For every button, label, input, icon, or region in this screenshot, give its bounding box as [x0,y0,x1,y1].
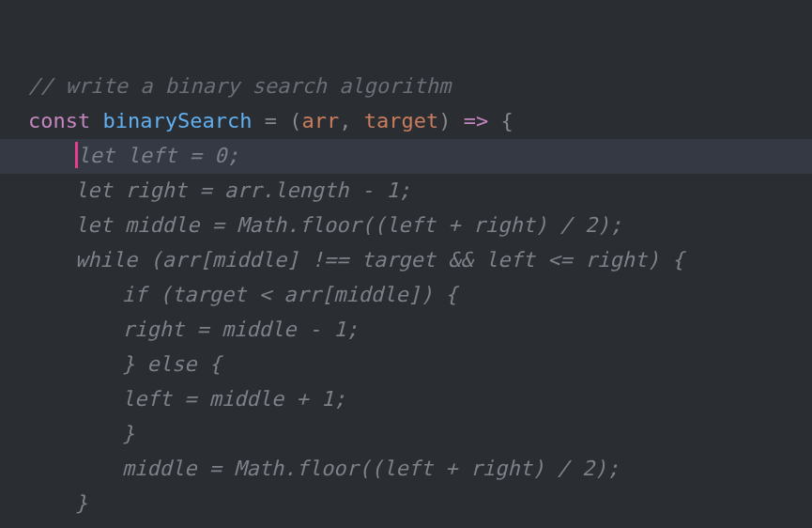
ghost-line: let right = arr.length - 1; [28,174,812,209]
code-line-highlighted: let left = 0; [0,139,812,174]
code-declaration-line: const binarySearch = (arr, target) => { [28,104,812,139]
code-editor[interactable]: // write a binary search algorithmconst … [28,0,812,528]
equals-op: = [252,109,289,132]
comma: , [339,109,364,132]
ghost-line: while (arr[middle] !== target && left <=… [28,243,812,278]
ghost-line: } else { [28,348,812,382]
close-paren: ) [438,109,451,132]
keyword-const: const [28,109,102,132]
ghost-line: let middle = Math.floor((left + right) /… [28,209,812,243]
ghost-line: } [28,417,812,452]
param-target: target [364,109,438,132]
ghost-line: } [28,487,812,521]
open-brace: { [500,109,513,132]
ghost-line: middle = Math.floor((left + right) / 2); [28,452,812,487]
arrow-op: => [451,109,500,132]
code-comment-line: // write a binary search algorithm [28,70,812,104]
ghost-line: if (target < arr[middle]) { [28,278,812,313]
open-paren: ( [289,109,301,132]
ghost-line: left = middle + 1; [28,382,812,417]
param-arr: arr [301,109,339,132]
ghost-text: let left = 0; [78,144,239,167]
ghost-line: return arr[middle] === target ? middle :… [28,521,812,528]
function-name: binarySearch [102,109,252,132]
ghost-line: right = middle - 1; [28,313,812,348]
